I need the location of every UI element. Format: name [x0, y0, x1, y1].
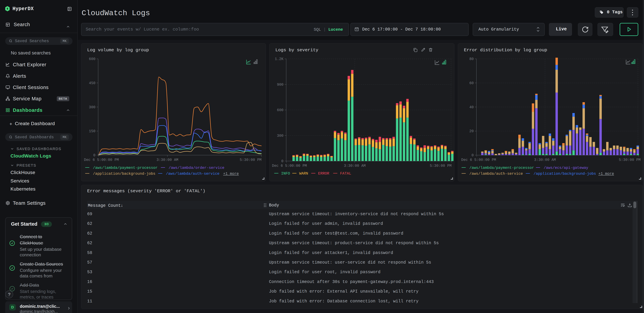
- svg-text:3:30:00 AM: 3:30:00 AM: [156, 158, 178, 162]
- svg-text:3:30:00 AM: 3:30:00 AM: [534, 158, 556, 162]
- svg-text:1.2K: 1.2K: [275, 57, 284, 61]
- svg-text:300: 300: [89, 105, 96, 109]
- svg-text:Dec 6 5:00:00 PM: Dec 6 5:00:00 PM: [461, 158, 496, 162]
- svg-text:60: 60: [469, 81, 474, 85]
- svg-text:Log volume by log group: Log volume by log group: [87, 48, 149, 53]
- svg-text:/aws/lambda/auth-service: /aws/lambda/auth-service: [469, 172, 523, 176]
- svg-text:+1 more: +1 more: [223, 172, 239, 176]
- svg-text:Error distribution by log grou: Error distribution by log group: [464, 48, 547, 53]
- svg-text:40: 40: [469, 105, 474, 109]
- svg-text:5:30:00 PM: 5:30:00 PM: [240, 158, 262, 162]
- svg-text:INFO: INFO: [281, 171, 290, 176]
- svg-text:5:30:00 PM: 5:30:00 PM: [619, 158, 640, 162]
- svg-text:/application/background-jobs: /application/background-jobs: [93, 172, 156, 176]
- svg-text:0: 0: [281, 159, 284, 163]
- svg-text:/aws/lambda/payment-processor: /aws/lambda/payment-processor: [469, 166, 534, 170]
- svg-text:300: 300: [277, 134, 284, 138]
- svg-text:600: 600: [277, 108, 284, 112]
- svg-text:0: 0: [93, 153, 96, 157]
- svg-text:WARN: WARN: [299, 171, 308, 176]
- svg-text:FATAL: FATAL: [340, 171, 351, 176]
- svg-text:0: 0: [472, 153, 474, 157]
- svg-text:150: 150: [89, 129, 96, 133]
- svg-text:3:30:00 AM: 3:30:00 AM: [344, 164, 366, 168]
- svg-text:/aws/lambda/payment-processor: /aws/lambda/payment-processor: [93, 166, 158, 170]
- svg-text:/application/background-jobs: /application/background-jobs: [534, 172, 596, 176]
- svg-text:450: 450: [89, 81, 96, 85]
- svg-text:5:30:00 PM: 5:30:00 PM: [430, 164, 452, 168]
- svg-text:Dec 6 5:00:00 PM: Dec 6 5:00:00 PM: [84, 158, 119, 162]
- svg-text:900: 900: [277, 83, 284, 87]
- svg-text:80: 80: [469, 57, 474, 61]
- svg-text:/aws/lambda/order-service: /aws/lambda/order-service: [168, 166, 224, 170]
- svg-text:+1 more: +1 more: [598, 172, 614, 176]
- svg-text:/aws/lambda/auth-service: /aws/lambda/auth-service: [166, 172, 220, 176]
- svg-text:ERROR: ERROR: [318, 171, 329, 176]
- svg-text:Logs by severity: Logs by severity: [275, 48, 318, 53]
- svg-text:/aws/ecs/api-gateway: /aws/ecs/api-gateway: [544, 166, 588, 170]
- svg-text:20: 20: [469, 129, 474, 133]
- svg-text:600: 600: [89, 57, 96, 61]
- svg-text:Dec 6 5:00:00 PM: Dec 6 5:00:00 PM: [272, 164, 307, 168]
